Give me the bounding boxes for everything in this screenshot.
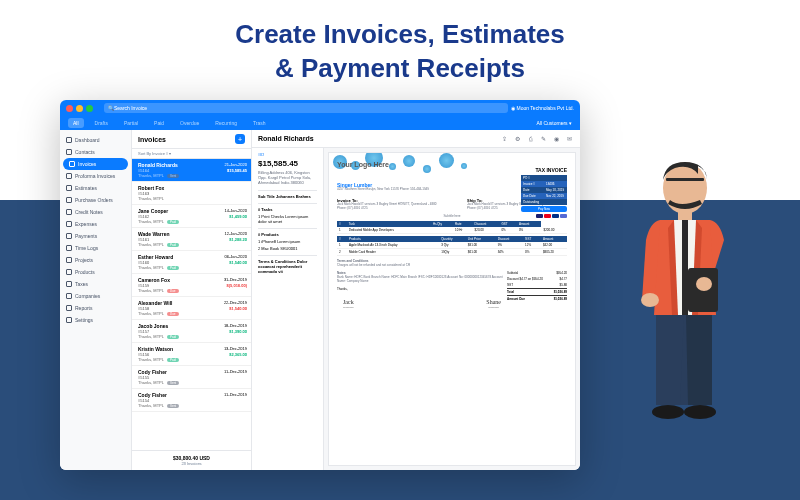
invoice-list-item[interactable]: Esther Howard#5160Thanks, MTPL Paid06-Ja… — [132, 251, 251, 274]
maximize-icon[interactable] — [86, 105, 93, 112]
close-icon[interactable] — [66, 105, 73, 112]
po-icon — [66, 197, 72, 203]
nav-reports[interactable]: Reports — [60, 302, 131, 314]
invoice-list-item[interactable]: Cody Fisher#5155Thanks, MTPL Sent11-Dec-… — [132, 366, 251, 389]
share-icon[interactable]: ⇪ — [500, 134, 509, 143]
logo-placeholder: Your Logo Here — [337, 161, 567, 168]
timelogs-icon — [66, 245, 72, 251]
billto-address: Jack Mark Harold IT services 3 Bagley St… — [337, 203, 437, 211]
nav-invoices[interactable]: Invoices — [63, 158, 128, 170]
sort-dropdown[interactable]: Sort By Invoice # ▾ — [132, 149, 251, 159]
add-invoice-button[interactable]: + — [235, 134, 245, 144]
detail-amount: $15,585.45 — [258, 159, 317, 168]
task-table: #TaskHr-QtyRateDiscountGSTAmount1Dedicat… — [337, 221, 567, 234]
contacts-icon — [66, 149, 72, 155]
svg-rect-3 — [682, 220, 688, 315]
mail-icon[interactable]: ✉ — [565, 134, 574, 143]
detail-task: 1 Print Checks Lorem ipsum dolor sit ame… — [258, 214, 317, 224]
proforma-icon — [66, 173, 72, 179]
titlebar: 🔍 Search Invoice ◉ Moon Technolabs Pvt L… — [60, 100, 580, 116]
edit-icon[interactable]: ✎ — [539, 134, 548, 143]
tab-trash[interactable]: Trash — [248, 118, 271, 128]
filter-tabs: All Drafts Partial Paid Overdue Recurrin… — [60, 116, 580, 130]
nav-proforma[interactable]: Proforma Invoices — [60, 170, 131, 182]
app-window: 🔍 Search Invoice ◉ Moon Technolabs Pvt L… — [60, 100, 580, 470]
invoice-meta: PO # Invoice #18436 DateMay 10, 2019 Due… — [521, 175, 567, 218]
nav-companies[interactable]: Companies — [60, 290, 131, 302]
invoices-icon — [69, 161, 75, 167]
nav-projects[interactable]: Projects — [60, 254, 131, 266]
company-label[interactable]: ◉ Moon Technolabs Pvt Ltd. — [511, 105, 574, 111]
product-table: #ProductsQuantityUnit PriceDiscountGSTAm… — [337, 236, 567, 256]
totals-block: Subtotal$954.20 Discount $4.77 on $954.2… — [507, 270, 567, 302]
nav-timelogs[interactable]: Time Logs — [60, 242, 131, 254]
visa-icon — [536, 214, 543, 218]
invoice-list-item[interactable]: Cody Fisher#5154Thanks, MTPL Sent11-Dec-… — [132, 389, 251, 412]
nav-payments[interactable]: Payments — [60, 230, 131, 242]
nav-po[interactable]: Purchase Orders — [60, 194, 131, 206]
tab-paid[interactable]: Paid — [149, 118, 169, 128]
invoice-list-item[interactable]: Cameron Fox#5159Thanks, MTPL Due31-Dec-2… — [132, 274, 251, 297]
detail-id: #ID — [258, 152, 317, 157]
tab-all[interactable]: All — [68, 118, 84, 128]
tab-overdue[interactable]: Overdue — [175, 118, 204, 128]
search-input[interactable]: 🔍 Search Invoice — [104, 103, 508, 113]
pay-now-button[interactable]: Pay Now — [521, 206, 567, 212]
tab-drafts[interactable]: Drafts — [90, 118, 113, 128]
invoice-list-item[interactable]: Alexander Will#5158Thanks, MTPL Due22-De… — [132, 297, 251, 320]
payments-icon — [66, 233, 72, 239]
reports-icon — [66, 305, 72, 311]
detail-terms: Terms & Conditions Dolor occaecat repreh… — [258, 255, 317, 274]
nav-contacts[interactable]: Contacts — [60, 146, 131, 158]
projects-icon — [66, 257, 72, 263]
print-icon[interactable]: ⎙ — [526, 134, 535, 143]
detail-product: 1 iPhone8 Lorem ipsum — [258, 239, 317, 244]
invoice-list-item[interactable]: Ronald Richards#5164Thanks, MTPL Sent21-… — [132, 159, 251, 182]
detail-billing-addr: Billing Address 406, Kingston Opp. Kargi… — [258, 170, 317, 186]
taxes-icon — [66, 281, 72, 287]
view-icon[interactable]: ◉ — [552, 134, 561, 143]
companies-icon — [66, 293, 72, 299]
invoice-type: TAX INVOICE — [535, 167, 567, 173]
signature-1: Jack — [343, 299, 354, 305]
dashboard-icon — [66, 137, 72, 143]
nav-settings[interactable]: Settings — [60, 314, 131, 326]
tab-partial[interactable]: Partial — [119, 118, 143, 128]
svg-point-8 — [652, 405, 684, 419]
svg-rect-1 — [666, 178, 704, 181]
invoice-list-pane: Invoices + Sort By Invoice # ▾ Ronald Ri… — [132, 130, 252, 470]
settings-icon — [66, 317, 72, 323]
detail-product: 2 Mac Book SKU0001 — [258, 246, 317, 251]
sidebar: Dashboard Contacts Invoices Proforma Inv… — [60, 130, 132, 470]
svg-point-9 — [684, 405, 716, 419]
detail-subtitle: Sub Title Johannes Brahms — [258, 190, 317, 199]
nav-expenses[interactable]: Expenses — [60, 218, 131, 230]
detail-customer-name: Ronald Richards — [258, 135, 496, 142]
customer-filter[interactable]: All Customers ▾ — [536, 120, 572, 126]
person-illustration — [610, 150, 760, 450]
nav-estimates[interactable]: Estimates — [60, 182, 131, 194]
expenses-icon — [66, 221, 72, 227]
invoice-list-item[interactable]: Wade Warren#5161Thanks, MTPL Paid12-Jan-… — [132, 228, 251, 251]
invoice-list-item[interactable]: Jane Cooper#5162Thanks, MTPL Paid14-Jan-… — [132, 205, 251, 228]
paypal-icon — [552, 214, 559, 218]
hero-title: Create Invoices, Estimates & Payment Rec… — [235, 18, 565, 86]
svg-point-5 — [641, 293, 659, 307]
invoice-list-item[interactable]: Jacob Jones#5157Thanks, MTPL Paid18-Dec-… — [132, 320, 251, 343]
invoice-list-item[interactable]: Robert Fox#5163Thanks, MTPL — [132, 182, 251, 205]
products-icon — [66, 269, 72, 275]
nav-products[interactable]: Products — [60, 266, 131, 278]
invoice-list-item[interactable]: Kristin Watson#5156Thanks, MTPL Paid13-D… — [132, 343, 251, 366]
mastercard-icon — [544, 214, 551, 218]
credit-icon — [66, 209, 72, 215]
nav-taxes[interactable]: Taxes — [60, 278, 131, 290]
list-count: 23 Invoices — [138, 461, 245, 466]
nav-credit[interactable]: Credit Notes — [60, 206, 131, 218]
tab-recurring[interactable]: Recurring — [210, 118, 242, 128]
nav-dashboard[interactable]: Dashboard — [60, 134, 131, 146]
notes-text: Bank Name: HDFC Bank Branch Name: HDFC M… — [337, 275, 503, 283]
svg-rect-2 — [678, 210, 692, 220]
terms-text: Charges will not be refunded and not con… — [337, 263, 410, 267]
minimize-icon[interactable] — [76, 105, 83, 112]
gear-icon[interactable]: ⚙ — [513, 134, 522, 143]
